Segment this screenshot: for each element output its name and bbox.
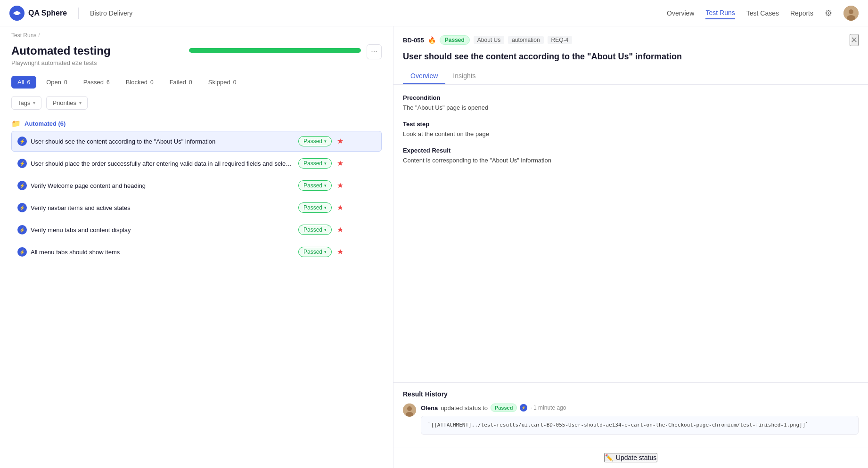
status-chevron-icon-3: ▾ bbox=[324, 183, 327, 188]
filter-row: Tags ▾ Priorities ▾ bbox=[0, 92, 393, 115]
test-item-3[interactable]: ⚡ Verify Welcome page content and headin… bbox=[11, 175, 382, 196]
priority-icon-1[interactable] bbox=[336, 137, 345, 146]
nav-divider bbox=[78, 8, 79, 19]
detail-tabs: Overview Insights bbox=[403, 68, 859, 84]
status-badge-1[interactable]: Passed ▾ bbox=[298, 136, 332, 146]
breadcrumb-test-runs[interactable]: Test Runs bbox=[11, 32, 36, 39]
status-badge-5[interactable]: Passed ▾ bbox=[298, 225, 332, 235]
tags-dropdown[interactable]: Tags ▾ bbox=[11, 96, 41, 110]
status-badge-2[interactable]: Passed ▾ bbox=[298, 158, 332, 169]
logo-icon bbox=[9, 6, 25, 21]
breadcrumb-separator: / bbox=[38, 32, 40, 39]
result-history-title: Result History bbox=[403, 390, 859, 398]
svg-point-3 bbox=[849, 9, 853, 14]
app-logo[interactable]: QA Sphere bbox=[9, 6, 67, 21]
test-item-4[interactable]: ⚡ Verify navbar items and active states … bbox=[11, 197, 382, 218]
history-status-badge: Passed bbox=[491, 403, 517, 412]
test-label-3: Verify Welcome page content and heading bbox=[31, 182, 295, 189]
priorities-chevron-icon: ▾ bbox=[79, 100, 82, 105]
status-chevron-icon-5: ▾ bbox=[324, 227, 327, 232]
priority-icon-5[interactable] bbox=[336, 225, 345, 234]
fire-icon: 🔥 bbox=[428, 36, 436, 44]
tab-insights[interactable]: Insights bbox=[445, 68, 483, 84]
history-time: · 1 minute ago bbox=[530, 404, 566, 411]
history-auto-icon: ⚡ bbox=[520, 404, 527, 412]
expected-result-value: Content is corresponding to the "About U… bbox=[403, 157, 859, 164]
header-actions: ··· bbox=[367, 44, 382, 59]
status-chevron-icon-1: ▾ bbox=[324, 139, 327, 144]
filter-tab-blocked[interactable]: Blocked 0 bbox=[120, 76, 160, 89]
status-chevron-icon-2: ▾ bbox=[324, 161, 327, 166]
test-item-6[interactable]: ⚡ All menu tabs should show items Passed… bbox=[11, 242, 382, 262]
top-navigation: QA Sphere Bistro Delivery Overview Test … bbox=[0, 0, 868, 26]
test-item-2[interactable]: ⚡ User should place the order successful… bbox=[11, 153, 382, 174]
status-chevron-icon-6: ▾ bbox=[324, 250, 327, 254]
breadcrumb: Test Runs / bbox=[0, 26, 393, 40]
history-entry: Olena updated status to Passed ⚡ · 1 min… bbox=[403, 403, 859, 435]
test-item-5[interactable]: ⚡ Verify menu tabs and content display P… bbox=[11, 219, 382, 240]
test-label-1: User should see the content according to… bbox=[31, 138, 295, 145]
status-badge-3[interactable]: Passed ▾ bbox=[298, 180, 332, 191]
priority-icon-3[interactable] bbox=[336, 181, 345, 190]
test-label-5: Verify menu tabs and content display bbox=[31, 226, 295, 234]
priority-icon-4[interactable] bbox=[336, 203, 345, 212]
detail-id: BD-055 bbox=[403, 37, 424, 44]
automation-icon-1: ⚡ bbox=[17, 137, 27, 146]
more-options-button[interactable]: ··· bbox=[367, 44, 382, 59]
automation-icon-6: ⚡ bbox=[17, 247, 27, 257]
page-subtitle: Playwright automated e2e tests bbox=[11, 59, 183, 66]
page-header-info: Automated testing Playwright automated e… bbox=[11, 44, 183, 66]
svg-point-7 bbox=[406, 412, 413, 417]
test-list: 📁 Automated (6) ⚡ User should see the co… bbox=[0, 115, 393, 468]
test-step-value: Look at the content on the page bbox=[403, 130, 859, 137]
detail-status-badge[interactable]: Passed bbox=[440, 35, 470, 45]
nav-overview[interactable]: Overview bbox=[667, 8, 694, 19]
history-content: Olena updated status to Passed ⚡ · 1 min… bbox=[421, 403, 859, 435]
tags-chevron-icon: ▾ bbox=[33, 100, 35, 105]
svg-point-1 bbox=[15, 11, 19, 15]
detail-tag-about-us[interactable]: About Us bbox=[474, 36, 504, 44]
automation-icon-4: ⚡ bbox=[17, 203, 27, 212]
right-panel: BD-055 🔥 Passed About Us automation REQ-… bbox=[393, 26, 868, 468]
filter-tab-all[interactable]: All 6 bbox=[11, 76, 36, 89]
detail-body: Precondition The "About Us" page is open… bbox=[393, 85, 868, 382]
nav-reports[interactable]: Reports bbox=[790, 8, 813, 19]
precondition-label: Precondition bbox=[403, 94, 859, 101]
automation-icon-2: ⚡ bbox=[17, 159, 27, 168]
test-step-label: Test step bbox=[403, 121, 859, 128]
user-avatar[interactable] bbox=[843, 6, 859, 21]
update-status-bar: ✏️ Update status bbox=[393, 447, 868, 468]
priority-icon-6[interactable] bbox=[336, 247, 345, 257]
tab-overview[interactable]: Overview bbox=[403, 68, 445, 84]
close-button[interactable]: ✕ bbox=[850, 34, 859, 46]
filter-tab-passed[interactable]: Passed 6 bbox=[77, 76, 116, 89]
test-label-4: Verify navbar items and active states bbox=[31, 204, 295, 211]
main-layout: Test Runs / Automated testing Playwright… bbox=[0, 26, 868, 468]
status-chevron-icon-4: ▾ bbox=[324, 205, 327, 210]
folder-header[interactable]: 📁 Automated (6) bbox=[11, 115, 382, 131]
history-text: Olena updated status to Passed ⚡ · 1 min… bbox=[421, 403, 859, 412]
detail-tag-req[interactable]: REQ-4 bbox=[548, 36, 573, 44]
test-item-1[interactable]: ⚡ User should see the content according … bbox=[11, 131, 382, 152]
settings-icon[interactable]: ⚙ bbox=[825, 8, 832, 18]
expected-result-label: Expected Result bbox=[403, 147, 859, 154]
precondition-value: The "About Us" page is opened bbox=[403, 104, 859, 111]
history-author: Olena bbox=[421, 404, 438, 412]
folder-icon: 📁 bbox=[11, 119, 21, 128]
history-avatar bbox=[403, 403, 416, 417]
priority-icon-2[interactable] bbox=[336, 159, 345, 168]
detail-tag-automation[interactable]: automation bbox=[508, 36, 543, 44]
progress-bar-container bbox=[189, 48, 361, 53]
filter-tab-skipped[interactable]: Skipped 0 bbox=[202, 76, 243, 89]
update-status-button[interactable]: ✏️ Update status bbox=[604, 453, 657, 462]
filter-tabs: All 6 Open 0 Passed 6 Blocked 0 Failed 0… bbox=[0, 72, 393, 92]
automation-icon-5: ⚡ bbox=[17, 225, 27, 234]
svg-point-6 bbox=[407, 406, 412, 411]
filter-tab-open[interactable]: Open 0 bbox=[40, 76, 74, 89]
filter-tab-failed[interactable]: Failed 0 bbox=[164, 76, 198, 89]
status-badge-4[interactable]: Passed ▾ bbox=[298, 202, 332, 213]
priorities-dropdown[interactable]: Priorities ▾ bbox=[46, 96, 88, 110]
nav-test-runs[interactable]: Test Runs bbox=[705, 7, 735, 19]
status-badge-6[interactable]: Passed ▾ bbox=[298, 247, 332, 257]
nav-test-cases[interactable]: Test Cases bbox=[746, 8, 779, 19]
